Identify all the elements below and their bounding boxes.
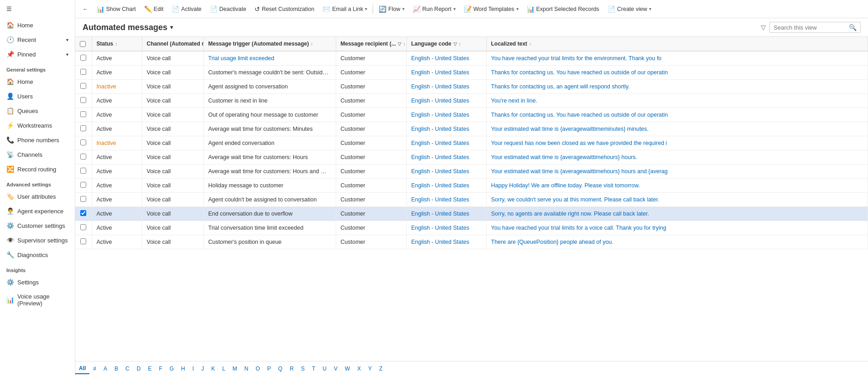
trigger-cell[interactable]: Trial conversation time limit exceeded	[203, 221, 336, 235]
sidebar-item-record-routing[interactable]: 🔀 Record routing	[0, 162, 75, 176]
lang-cell[interactable]: English - United States	[406, 80, 486, 94]
table-row[interactable]: Active Voice call Average wait time for …	[75, 150, 868, 165]
sidebar-item-user-attributes[interactable]: 🏷️ User attributes	[0, 189, 75, 204]
row-checkbox[interactable]	[80, 196, 86, 202]
back-button[interactable]: ←	[79, 4, 92, 14]
sidebar-item-home2[interactable]: 🏠 Home	[0, 74, 75, 89]
lang-link[interactable]: English - United States	[411, 154, 469, 160]
sidebar-item-phone-numbers[interactable]: 📞 Phone numbers	[0, 133, 75, 147]
row-checkbox-cell[interactable]	[75, 179, 92, 193]
localized-cell[interactable]: Thanks for contacting us, an agent will …	[486, 80, 868, 94]
status-header[interactable]: Status ↕	[92, 37, 142, 51]
alpha-item-w[interactable]: W	[341, 364, 353, 374]
alpha-item-s[interactable]: S	[297, 364, 308, 374]
row-checkbox-cell[interactable]	[75, 122, 92, 136]
sidebar-item-users[interactable]: 👤 Users	[0, 89, 75, 103]
row-checkbox[interactable]	[80, 154, 86, 160]
row-checkbox-cell[interactable]	[75, 51, 92, 66]
localized-link[interactable]: Your estimated wait time is {averagewait…	[491, 154, 638, 160]
row-checkbox-cell[interactable]	[75, 207, 92, 221]
row-checkbox-cell[interactable]	[75, 80, 92, 94]
trigger-cell[interactable]: Out of operating hour message to custome…	[203, 108, 336, 122]
row-checkbox[interactable]	[80, 125, 86, 131]
alpha-item-i[interactable]: I	[189, 364, 198, 374]
sidebar-item-pinned[interactable]: 📌 Pinned ▾	[0, 47, 75, 62]
localized-link[interactable]: Thanks for contacting us, an agent will …	[491, 83, 630, 90]
alpha-item-p[interactable]: P	[264, 364, 275, 374]
localized-link[interactable]: Happy Holiday! We are offline today. Ple…	[491, 182, 640, 189]
alpha-item-all[interactable]: All	[75, 363, 89, 374]
lang-cell[interactable]: English - United States	[406, 179, 486, 193]
select-all-checkbox[interactable]	[80, 41, 86, 47]
table-row[interactable]: Active Voice call Holiday message to cus…	[75, 179, 868, 193]
alpha-item-u[interactable]: U	[319, 364, 330, 374]
localized-cell[interactable]: There are {QueuePosition} people ahead o…	[486, 235, 868, 249]
create-view-button[interactable]: 📄 Create view ▾	[604, 4, 655, 15]
activate-button[interactable]: 📄 Activate	[168, 4, 205, 15]
localized-link[interactable]: Thanks for contacting us. You have reach…	[491, 112, 668, 118]
localized-cell[interactable]: Happy Holiday! We are offline today. Ple…	[486, 179, 868, 193]
row-checkbox-cell[interactable]	[75, 221, 92, 235]
row-checkbox-cell[interactable]	[75, 235, 92, 249]
sidebar-item-home[interactable]: 🏠 Home	[0, 18, 75, 32]
lang-cell[interactable]: English - United States	[406, 150, 486, 165]
table-row[interactable]: Inactive Voice call Agent assigned to co…	[75, 80, 868, 94]
alpha-item-x[interactable]: X	[353, 364, 364, 374]
lang-cell[interactable]: English - United States	[406, 235, 486, 249]
localized-header[interactable]: Localized text ↕	[486, 37, 868, 51]
sidebar-item-supervisor-settings[interactable]: 👁️ Supervisor settings	[0, 233, 75, 247]
table-row[interactable]: Active Voice call Trial conversation tim…	[75, 221, 868, 235]
lang-cell[interactable]: English - United States	[406, 207, 486, 221]
trigger-cell[interactable]: End conversation due to overflow	[203, 207, 336, 221]
localized-link[interactable]: You're next in line.	[491, 98, 537, 104]
lang-link[interactable]: English - United States	[411, 168, 469, 175]
row-checkbox[interactable]	[80, 97, 86, 103]
row-checkbox[interactable]	[80, 69, 86, 75]
sidebar-item-voice-usage[interactable]: 📊 Voice usage (Preview)	[0, 289, 75, 310]
localized-cell[interactable]: You have reached your trial limits for a…	[486, 221, 868, 235]
table-row[interactable]: Active Voice call Customer is next in li…	[75, 94, 868, 108]
lang-cell[interactable]: English - United States	[406, 122, 486, 136]
lang-link[interactable]: English - United States	[411, 126, 469, 132]
trigger-cell[interactable]: Agent ended conversation	[203, 136, 336, 150]
reset-customization-button[interactable]: ↺ Reset Customization	[251, 4, 318, 15]
lang-link[interactable]: English - United States	[411, 69, 469, 76]
localized-cell[interactable]: Sorry, we couldn't serve you at this mom…	[486, 193, 868, 207]
alpha-item-z[interactable]: Z	[375, 364, 386, 374]
localized-link[interactable]: Sorry, no agents are available right now…	[491, 211, 650, 217]
localized-link[interactable]: You have reached your trial limits for t…	[491, 55, 662, 62]
lang-link[interactable]: English - United States	[411, 182, 469, 189]
trigger-cell[interactable]: Agent assigned to conversation	[203, 80, 336, 94]
row-checkbox-cell[interactable]	[75, 66, 92, 80]
email-link-button[interactable]: ✉️ Email a Link ▾	[319, 4, 371, 15]
localized-link[interactable]: Your estimated wait time is {averagewait…	[491, 168, 668, 175]
search-icon[interactable]: 🔍	[849, 24, 857, 31]
trigger-link[interactable]: Trial usage limit exceeded	[208, 55, 275, 62]
word-templates-button[interactable]: 📝 Word Templates ▾	[460, 4, 522, 15]
alpha-item-n[interactable]: N	[241, 364, 252, 374]
alpha-item-k[interactable]: K	[208, 364, 218, 374]
table-row[interactable]: Active Voice call Customer's position in…	[75, 235, 868, 249]
alpha-item-t[interactable]: T	[308, 364, 319, 374]
localized-cell[interactable]: Thanks for contacting us. You have reach…	[486, 108, 868, 122]
lang-cell[interactable]: English - United States	[406, 94, 486, 108]
search-input[interactable]	[774, 24, 846, 31]
sidebar-item-workstreams[interactable]: ⚡ Workstreams	[0, 118, 75, 133]
row-checkbox[interactable]	[80, 168, 86, 174]
table-row[interactable]: Active Voice call Average wait time for …	[75, 122, 868, 136]
trigger-cell[interactable]: Holiday message to customer	[203, 179, 336, 193]
sidebar-item-channels[interactable]: 📡 Channels	[0, 147, 75, 162]
localized-link[interactable]: There are {QueuePosition} people ahead o…	[491, 239, 613, 245]
lang-header[interactable]: Language code ▽ ↕	[406, 37, 486, 51]
trigger-cell[interactable]: Average wait time for customers: Minutes	[203, 122, 336, 136]
lang-cell[interactable]: English - United States	[406, 165, 486, 179]
row-checkbox-cell[interactable]	[75, 108, 92, 122]
trigger-header[interactable]: Message trigger (Automated message) ↕	[203, 37, 336, 51]
localized-link[interactable]: Your request has now been closed as we h…	[491, 140, 667, 146]
recipient-header[interactable]: Message recipient (... ▽ ↕	[336, 37, 406, 51]
trigger-cell[interactable]: Customer is next in line	[203, 94, 336, 108]
edit-button[interactable]: ✏️ Edit	[140, 4, 167, 15]
alpha-item-d[interactable]: D	[133, 364, 145, 374]
localized-cell[interactable]: Thanks for contacting us. You have reach…	[486, 66, 868, 80]
trigger-cell[interactable]: Agent couldn't be assigned to conversati…	[203, 193, 336, 207]
